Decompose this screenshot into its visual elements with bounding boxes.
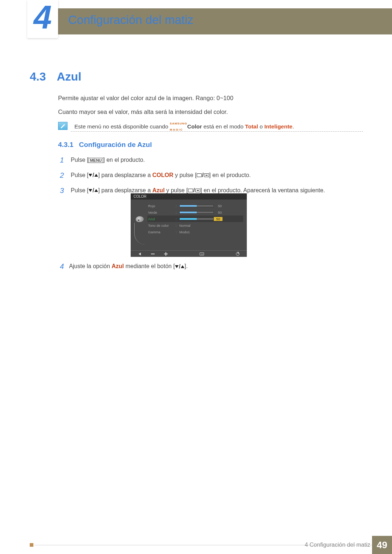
step-number: 3 (60, 185, 66, 196)
color-keyword: COLOR (152, 172, 173, 178)
note-text: Este menú no está disponible cuando SAMS… (74, 123, 363, 131)
step-number: 4 (60, 262, 64, 271)
osd-text-value: Normal (179, 223, 222, 227)
osd-row: Gamma:Modo1 (147, 229, 243, 235)
paragraph-2: Cuanto mayor sea el valor, más alta será… (58, 107, 363, 116)
footer-chapter-label: 4 Configuración del matiz (305, 542, 370, 548)
subsection-number: 4.3.1 (58, 141, 73, 148)
step-4-text: Ajuste la opción Azul mediante el botón … (69, 263, 188, 270)
osd-body: Rojo:50Verde:50Azul:50Tono de color:Norm… (131, 200, 247, 247)
osd-value: 50 (214, 204, 222, 208)
up-down-icon: / (89, 186, 98, 194)
back-icon (137, 252, 142, 256)
osd-screenshot: COLOR Rojo:50Verde:50Azul:50Tono de colo… (131, 193, 247, 257)
osd-value: 50 (214, 217, 222, 221)
step-number: 1 (60, 155, 66, 165)
note-end: . (293, 123, 294, 130)
up-down-icon: / (175, 263, 184, 270)
osd-row: Tono de color:Normal (147, 222, 243, 229)
magic-magic: MAGIC (170, 128, 183, 131)
osd-row: Rojo:50 (147, 202, 243, 209)
section-heading: 4.3 Azul (30, 70, 81, 83)
step-2-text: Pulse [/] para desplazarse a COLOR y pul… (71, 171, 251, 180)
note-prefix: Este menú no está disponible cuando (74, 123, 170, 130)
osd-bar (179, 205, 214, 207)
note-pencil-icon (58, 122, 68, 130)
section-title: Azul (57, 70, 81, 83)
step-4: 4 Ajuste la opción Azul mediante el botó… (60, 262, 363, 271)
subsection-heading: 4.3.1 Configuración de Azul (58, 141, 152, 149)
azul-keyword: Azul (112, 263, 124, 269)
osd-row-label: Azul (147, 217, 176, 221)
chapter-number: 4 (33, 1, 52, 34)
up-down-icon: / (89, 171, 98, 179)
page: 4 Configuración del matiz 4.3 Azul Permi… (0, 0, 392, 554)
minus-icon (150, 252, 155, 256)
step-number: 2 (60, 170, 66, 180)
section-number: 4.3 (30, 70, 46, 83)
magic-samsung: SAMSUNG (170, 122, 187, 125)
step-1: 1 Pulse [MENU] en el producto. (60, 155, 363, 165)
footer-accent (30, 543, 33, 547)
note-or: o (258, 123, 264, 130)
azul-keyword: Azul (152, 187, 165, 193)
note-mode-inteligente: Inteligente (264, 123, 293, 130)
power-icon (235, 252, 240, 256)
chapter-title: Configuración del matiz (68, 13, 193, 27)
osd-row: Verde:50 (147, 209, 243, 216)
chapter-number-box: 4 (27, 0, 58, 38)
osd-row-label: Verde (147, 210, 176, 214)
enter-icon (199, 252, 204, 256)
page-footer: 4 Configuración del matiz 49 (0, 536, 392, 554)
note-mode-total: Total (245, 123, 258, 130)
osd-row-label: Tono de color (147, 223, 176, 227)
subsection-title: Configuración de Azul (79, 141, 152, 148)
osd-rows: Rojo:50Verde:50Azul:50Tono de color:Norm… (147, 202, 243, 247)
plus-icon (163, 252, 168, 256)
paragraph-1: Permite ajustar el valor del color azul … (58, 94, 363, 103)
osd-value: 50 (214, 210, 222, 214)
osd-footer (131, 250, 247, 257)
osd-sidebar (134, 202, 145, 247)
menu-button-label: MENU (89, 158, 103, 163)
osd-title: COLOR (131, 193, 247, 200)
step-1-text: Pulse [MENU] en el producto. (71, 156, 145, 164)
note-mid: está en el modo (202, 123, 245, 130)
osd-row-label: Gamma (147, 230, 176, 234)
enter-source-icon: / (197, 171, 209, 179)
osd-row: Azul:50 (147, 216, 243, 222)
page-number: 49 (372, 536, 392, 554)
note-divider (71, 131, 363, 132)
osd-bar (179, 211, 214, 214)
osd-row-label: Rojo (147, 204, 176, 208)
step-2: 2 Pulse [/] para desplazarse a COLOR y p… (60, 170, 363, 180)
osd-bar (179, 218, 214, 220)
osd-curve (134, 223, 145, 245)
osd-text-value: Modo1 (179, 230, 222, 234)
magic-color-suffix: Color (187, 123, 202, 130)
palette-icon (136, 216, 144, 222)
